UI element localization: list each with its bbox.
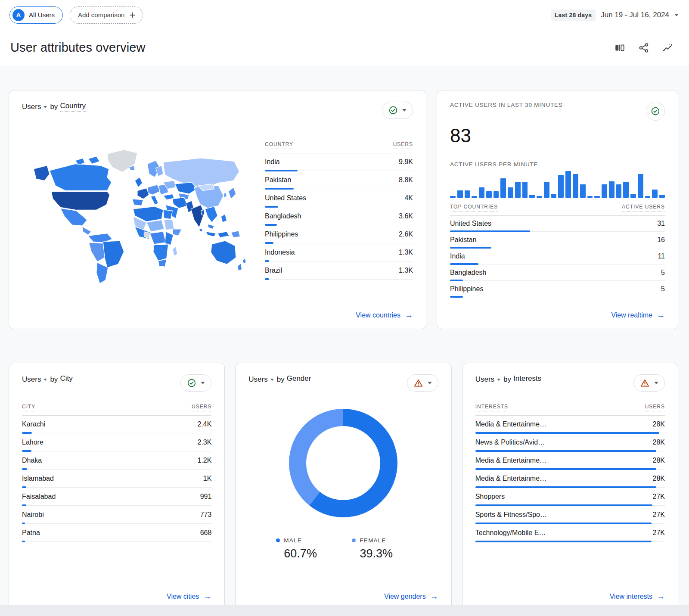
legend-item-male[interactable]: MALE 60.7%: [276, 537, 352, 560]
table-row[interactable]: Shoppers 27K: [475, 488, 665, 506]
world-choropleth-map[interactable]: [22, 130, 250, 307]
table-row[interactable]: Sports & Fitness/Spo… 27K: [475, 506, 665, 524]
row-bar: [450, 230, 665, 232]
table-row[interactable]: Faisalabad 991: [22, 488, 211, 506]
table-row[interactable]: India 9.9K: [265, 153, 413, 171]
table-row[interactable]: Nairobi 773: [22, 506, 211, 524]
top-countries-table: TOP COUNTRIES ACTIVE USERS United States…: [450, 198, 665, 298]
table-row[interactable]: Pakistan 16: [450, 232, 665, 249]
data-quality-menu[interactable]: [407, 374, 438, 392]
column-header-city[interactable]: CITY: [22, 404, 35, 411]
table-row[interactable]: Indonesia 1.3K: [265, 244, 413, 262]
table-row[interactable]: Technology/Mobile E… 27K: [475, 524, 665, 542]
table-row[interactable]: Media & Entertainme… 28K: [475, 452, 665, 470]
active-users-per-minute-chart: [450, 171, 665, 198]
table-row[interactable]: Karachi 2.4K: [22, 416, 211, 434]
legend-label: MALE: [284, 537, 302, 544]
dimension-link-country[interactable]: Country: [60, 102, 86, 112]
row-value: 28K: [653, 439, 665, 446]
legend-item-female[interactable]: FEMALE 39.3%: [352, 537, 428, 560]
table-row[interactable]: Lahore 2.3K: [22, 434, 211, 452]
add-comparison-button[interactable]: Add comparison: [70, 6, 143, 24]
table-row[interactable]: United States 31: [450, 216, 665, 232]
table-row[interactable]: Philippines 2.6K: [265, 226, 413, 244]
minute-bar: [580, 184, 586, 198]
data-quality-menu[interactable]: [633, 374, 665, 392]
metric-label[interactable]: Users: [22, 375, 41, 384]
users-by-city-card: Users by City CITY: [9, 363, 225, 610]
table-row[interactable]: India 11: [450, 249, 665, 265]
gender-donut-chart[interactable]: [289, 409, 397, 517]
by-label: by: [50, 103, 58, 111]
warning-triangle-icon: [413, 378, 423, 388]
table-row[interactable]: News & Politics/Avid… 28K: [475, 434, 665, 452]
row-bar: [475, 504, 665, 506]
column-header-users[interactable]: USERS: [645, 404, 665, 411]
table-row[interactable]: Bangladesh 5: [450, 265, 665, 281]
horizontal-scrollbar-track[interactable]: [0, 605, 689, 616]
dimension-link-interests[interactable]: Interests: [513, 374, 541, 384]
row-value: 27K: [653, 511, 665, 519]
minute-bar: [551, 194, 557, 198]
compare-reports-icon[interactable]: [614, 42, 625, 53]
row-value: 2.4K: [197, 420, 211, 428]
row-value: 4K: [404, 194, 413, 202]
row-value: 2.3K: [197, 439, 211, 446]
table-row[interactable]: Media & Entertainme… 28K: [475, 470, 665, 488]
column-header-users[interactable]: USERS: [192, 404, 211, 411]
metric-label[interactable]: Users: [248, 375, 267, 384]
row-label: Patna: [22, 529, 40, 537]
data-quality-button[interactable]: [646, 102, 665, 121]
row-label: Pakistan: [450, 236, 476, 244]
table-row[interactable]: Patna 668: [22, 524, 211, 542]
table-row[interactable]: Pakistan 8.8K: [265, 171, 413, 190]
view-genders-link[interactable]: View genders→: [384, 592, 438, 600]
view-interests-link[interactable]: View interests→: [610, 592, 665, 600]
column-header-active-users[interactable]: ACTIVE USERS: [622, 204, 665, 212]
date-range-text: Jun 19 - Jul 16, 2024: [601, 11, 669, 19]
metric-dropdown-icon[interactable]: [43, 379, 47, 381]
table-row[interactable]: Islamabad 1K: [22, 470, 211, 488]
realtime-heading[interactable]: ACTIVE USERS IN LAST 30 MINUTES: [450, 102, 563, 110]
row-value: 31: [657, 220, 665, 227]
table-row[interactable]: Bangladesh 3.6K: [265, 208, 413, 226]
date-range-picker[interactable]: Last 28 days Jun 19 - Jul 16, 2024: [551, 9, 679, 21]
share-icon[interactable]: [638, 42, 649, 53]
table-row[interactable]: Brazil 1.3K: [265, 262, 413, 280]
minute-bar: [522, 182, 528, 198]
data-quality-menu[interactable]: [382, 102, 413, 119]
users-by-gender-card: Users by Gender: [235, 363, 451, 610]
data-quality-menu[interactable]: [180, 374, 211, 392]
table-row[interactable]: Media & Entertainme… 28K: [475, 416, 665, 434]
table-row[interactable]: Philippines 5: [450, 281, 665, 298]
row-label: Sports & Fitness/Spo…: [475, 511, 547, 519]
chevron-down-icon: [402, 109, 407, 112]
table-row[interactable]: United States 4K: [265, 190, 413, 208]
column-header-users[interactable]: USERS: [393, 141, 413, 149]
row-label: India: [450, 252, 465, 260]
all-users-segment-chip[interactable]: A All Users: [9, 6, 63, 24]
metric-dropdown-icon[interactable]: [43, 106, 47, 108]
arrow-right-icon: →: [430, 592, 438, 600]
column-header-country[interactable]: COUNTRY: [265, 141, 293, 149]
metric-label[interactable]: Users: [22, 103, 41, 111]
view-realtime-link[interactable]: View realtime→: [611, 311, 665, 319]
minute-bar: [465, 190, 470, 198]
metric-label[interactable]: Users: [475, 375, 494, 384]
dimension-link-gender[interactable]: Gender: [287, 374, 311, 384]
minute-bar: [630, 194, 636, 198]
table-row[interactable]: Dhaka 1.2K: [22, 452, 211, 470]
column-header-top-countries[interactable]: TOP COUNTRIES: [450, 204, 498, 212]
row-bar: [475, 468, 665, 470]
metric-dropdown-icon[interactable]: [497, 379, 500, 381]
dimension-link-city[interactable]: City: [60, 374, 72, 384]
insights-icon[interactable]: [662, 42, 673, 53]
gender-legend: MALE 60.7% FEMALE 39.3%: [248, 537, 438, 560]
metric-dropdown-icon[interactable]: [270, 379, 274, 381]
row-label: Indonesia: [265, 249, 295, 256]
view-cities-link[interactable]: View cities→: [167, 592, 211, 600]
view-countries-link[interactable]: View countries→: [356, 311, 413, 319]
check-circle-icon: [187, 378, 196, 388]
column-header-interests[interactable]: INTERESTS: [475, 404, 508, 411]
chevron-down-icon: [654, 382, 658, 384]
